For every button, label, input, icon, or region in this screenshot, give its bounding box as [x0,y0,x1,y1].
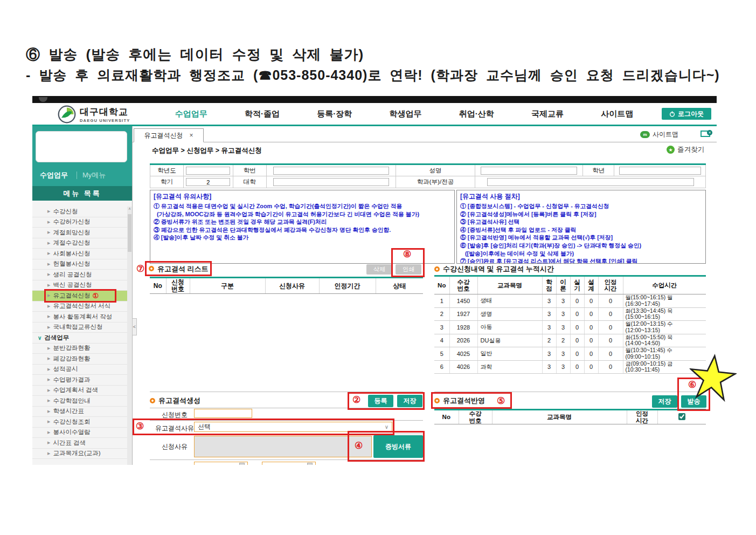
tab-close-icon[interactable]: × [189,132,193,139]
table-cell: 0 [570,294,584,308]
sidebar-scrollbar[interactable]: ∧ [127,207,132,465]
enrollment-table: No수강 번호교과목명학 점이 론실 기설 계인정 시간수업시간 11450생태… [434,275,706,374]
nav-item-4[interactable]: 취업·산학 [459,109,494,119]
column-header: 실 기 [570,276,584,294]
sidebar-top-panel: 수업업무 My메뉴 메뉴 목록 [32,126,132,201]
marker-2: ② [352,394,360,406]
sidebar-item-11[interactable]: ▶국내학점교류신청 [32,323,127,333]
popup-window-icon[interactable] [700,131,710,137]
absence-list-title: 유고결석 리스트 [157,264,209,274]
nav-item-0[interactable]: 수업업무 [175,109,207,119]
table-row[interactable]: 54025일반33000월(10:30~11:45) 수(09:00~10:15… [434,347,706,361]
nav-item-1[interactable]: 학적·졸업 [245,109,280,119]
sidebar-item-6[interactable]: ▶생리 공결신청 [32,270,127,280]
semester-input[interactable] [186,178,230,186]
tab-absence-application[interactable]: 유고결석신청 × [134,128,204,142]
sidebar-item-0[interactable]: ▶수강신청 [32,207,127,217]
sidebar-item-3[interactable]: ▶계절수강신청 [32,238,127,249]
delete-button[interactable]: 삭제 [366,264,392,275]
sidebar-item-label: 백신 공결신청 [53,281,92,289]
favorite-star-icon: ★ [667,146,675,154]
detail-reason-label: 신청사유 [162,442,188,451]
sidebar-item-8[interactable]: ▶유고결석신청① [32,291,127,301]
calendar-icon[interactable] [307,463,313,465]
detail-reason-textarea[interactable] [194,436,372,457]
notice-line: ⑥ [발송]후 [승인]처리 대기(학과(부)장 승인) -> 단과대학 행정실… [460,242,702,250]
table-row[interactable]: 64026과학33000금(09:00~10:15) 금(10:30~11:45… [434,360,706,374]
register-button[interactable]: 등록 [368,395,393,407]
sidebar-item-14[interactable]: ▶폐강강좌현황 [32,354,127,365]
scroll-up-icon[interactable]: ∧ [127,207,132,211]
sidebar-item-7[interactable]: ▶백신 공결신청 [32,280,127,291]
table-row[interactable]: 42026DU실용22000화(15:00~15:50) 목(14:00~14:… [434,334,706,347]
notice-cautions-title: [유고결석 유의사항] [154,192,451,201]
period-tilde: ~ [254,463,258,465]
column-header: 인정 시간 [627,410,657,424]
nav-item-6[interactable]: 사이트맵 [601,109,633,119]
column-header: 인정기간 [319,278,376,294]
notice-line: ① 유고결석 적용은 대면수업 및 실시간 Zoom 수업, 학습기간(출석인정… [154,202,451,210]
sidebar-item-13[interactable]: ▶분반강좌현황 [32,344,127,354]
sidebar-item-2[interactable]: ▶계절희망신청 [32,228,127,238]
print-button[interactable]: 인쇄 [396,264,421,275]
college-input[interactable] [273,178,389,186]
notice-line: ⑤ [유고결석반영] 메뉴에서 적용할 교과목 선택(√)후 [저장] [460,234,702,242]
calendar-icon[interactable] [239,463,245,465]
select-all-checkbox[interactable] [678,413,685,420]
table-cell: 일반 [477,347,542,361]
sidebar-tab-work[interactable]: 수업업무 [40,170,68,180]
grade-input[interactable] [619,167,701,175]
sidebar-item-17[interactable]: ▶수업계획서 검색 [32,386,127,396]
sidebar-item-18[interactable]: ▶수강학점안내 [32,396,127,407]
sidebar-scroll-thumb[interactable] [128,214,131,252]
sidebar-item-9[interactable]: ▶유고결석신청서 서식 [32,301,127,312]
favorite-label: 즐겨찾기 [677,145,704,154]
name-input[interactable] [481,167,577,175]
table-row[interactable]: 31928아동33000월(12:00~13:15) 수(12:00~13:15… [434,321,706,334]
sidebar-item-19[interactable]: ▶학생시간표 [32,407,127,417]
notice-line: (가상강좌, MOOC강좌 등 원격수업과 학습기간이 유고결석 허용기간보다 … [154,210,451,218]
sidebar-item-22[interactable]: ▶시간표 검색 [32,438,127,449]
sidebar-item-4[interactable]: ▶사회봉사신청 [32,249,127,259]
sitemap-link[interactable]: m 사이트맵 [640,130,678,139]
table-row[interactable]: 21927생명33000화(13:30~14:45) 목(15:00~16:15… [434,307,706,321]
column-header: 교과목명 [492,410,627,424]
absence-reason-select[interactable]: 선택 ∨ [194,422,392,432]
sidebar-item-15[interactable]: ▶성적공시 [32,365,127,375]
column-header: 신청 번호 [166,278,190,294]
logout-button[interactable]: 로그아웃 [662,108,711,120]
sidebar-item-20[interactable]: ▶수강신청조회 [32,417,127,428]
nav-item-2[interactable]: 등록·장학 [317,109,352,119]
table-cell: 4026 [449,360,477,374]
sidebar-item-12[interactable]: ∨검색업무 [32,333,127,344]
table-cell: 3 [556,360,570,374]
sidebar-item-21[interactable]: ▶봉사이수열람 [32,428,127,438]
sidebar-item-1[interactable]: ▶수강허가신청 [32,217,127,228]
table-row[interactable]: 11450생태33000월(15:00~16:15) 월(16:30~17:45… [434,294,706,308]
table-cell: 0 [570,347,584,361]
create-save-button[interactable]: 저장 [397,395,422,407]
column-header: No [434,276,449,294]
nav-item-3[interactable]: 학생업무 [389,109,421,119]
student-id-input[interactable] [273,167,389,175]
column-header: No [434,410,459,424]
sidebar-tab-mymenu[interactable]: My메뉴 [82,170,106,180]
apply-save-button[interactable]: 저장 [652,395,677,408]
sidebar-item-10[interactable]: ▶봉사 활동계획서 작성 [32,312,127,323]
department-input[interactable] [487,178,694,186]
sidebar-item-23[interactable]: ▶교과목개요(교과) [32,449,127,459]
year-input[interactable] [186,167,230,175]
sidebar-item-16[interactable]: ▶수업평가결과 [32,375,127,386]
arrow-right-icon: ▶ [47,314,50,319]
sidebar-item-5[interactable]: ▶헌혈봉사신청 [32,259,127,270]
arrow-right-icon: ▶ [47,378,50,382]
app-no-input[interactable] [194,409,252,418]
arrow-right-icon: ▶ [47,283,50,287]
favorite-button[interactable]: ★ 즐겨찾기 [667,145,704,154]
nav-item-5[interactable]: 국제교류 [531,109,564,119]
evidence-button[interactable]: 증빙서류 [373,435,423,458]
table-cell: 0 [598,294,623,308]
table-cell: 0 [584,347,598,361]
arrow-right-icon: ▶ [47,409,50,414]
sidebar-collapse-handle[interactable]: < [132,318,137,335]
